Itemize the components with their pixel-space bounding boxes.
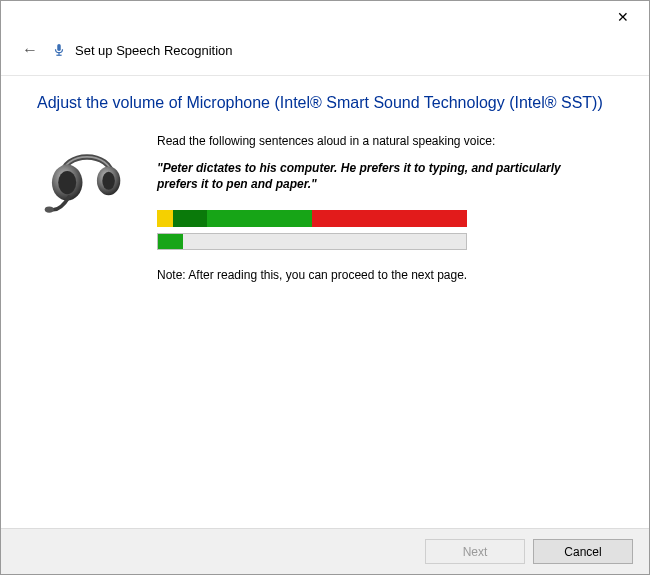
note-text: Note: After reading this, you can procee…	[157, 268, 593, 282]
headset-icon	[37, 134, 137, 224]
close-icon: ✕	[617, 10, 629, 24]
volume-range-meter	[157, 210, 467, 227]
back-arrow-icon: ←	[22, 41, 38, 59]
page-title: Adjust the volume of Microphone (Intel® …	[37, 94, 613, 112]
svg-point-7	[45, 206, 54, 212]
next-button[interactable]: Next	[425, 539, 525, 564]
svg-rect-0	[57, 44, 61, 51]
cancel-button[interactable]: Cancel	[533, 539, 633, 564]
svg-point-4	[58, 171, 76, 194]
wizard-header: ← Set up Speech Recognition	[1, 33, 649, 76]
wizard-footer: Next Cancel	[1, 528, 649, 574]
instruction-text: Read the following sentences aloud in a …	[157, 134, 593, 148]
wizard-title: Set up Speech Recognition	[75, 43, 233, 58]
microphone-icon	[51, 42, 67, 58]
back-button[interactable]: ←	[19, 39, 41, 61]
volume-live-meter	[157, 233, 467, 250]
svg-point-6	[102, 172, 115, 190]
close-button[interactable]: ✕	[603, 3, 643, 31]
dictation-sentence: "Peter dictates to his computer. He pref…	[157, 160, 593, 192]
